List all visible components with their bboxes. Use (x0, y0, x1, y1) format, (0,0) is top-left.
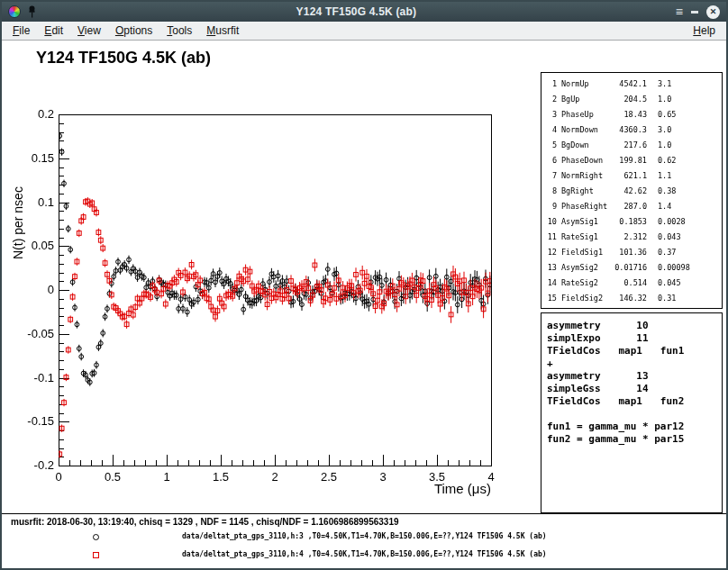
param-row: 12FieldSig1101.360.37 (545, 245, 722, 260)
param-err: 0.00098 (647, 260, 722, 276)
param-name: NormRight (557, 168, 611, 184)
param-err: 3.0 (647, 122, 722, 138)
param-name: AsymSig2 (557, 260, 611, 276)
param-name: PhaseRight (557, 199, 611, 214)
param-num: 9 (545, 199, 557, 214)
root-canvas: Y124 TF150G 4.5K (ab) N(t) per nsec Time… (2, 41, 726, 568)
param-val: 0.514 (611, 276, 647, 291)
menu-view[interactable]: View (70, 23, 108, 39)
theory-line: fun2 = gamma_mu * par15 (547, 433, 722, 446)
param-err: 0.0028 (647, 214, 722, 230)
menu-edit[interactable]: Edit (37, 23, 70, 39)
window-menu-icon[interactable]: ≡ (676, 5, 683, 18)
y-axis-title: N(t) per nsec (11, 186, 25, 259)
pin-icon[interactable] (27, 5, 37, 18)
theory-line: simpleGss 14 (547, 383, 722, 395)
param-name: BgDown (557, 138, 611, 153)
param-num: 10 (545, 214, 557, 230)
param-val: 621.1 (611, 168, 647, 184)
close-icon[interactable]: ✕ (706, 5, 720, 19)
param-num: 11 (545, 230, 557, 245)
param-err: 0.62 (647, 153, 722, 168)
theory-line: simplExpo 11 (547, 332, 722, 345)
param-row: 13AsymSig20.017160.00098 (545, 260, 722, 276)
param-val: 4360.3 (611, 122, 647, 138)
param-name: BgUp (557, 92, 611, 107)
param-val: 204.5 (611, 92, 647, 107)
param-val: 4542.1 (611, 77, 647, 92)
x-axis-title: Time (μs) (434, 481, 491, 496)
theory-box: asymmetry 10simplExpo 11TFieldCos map1 f… (541, 312, 723, 513)
fit-status-line: musrfit: 2018-06-30, 13:19:40, chisq = 1… (11, 517, 399, 527)
app-window: Y124 TF150G 4.5K (ab) ≡ ✕ FileEditViewOp… (0, 0, 728, 570)
app-icon (8, 5, 21, 18)
param-num: 14 (545, 276, 557, 291)
param-err: 0.38 (647, 184, 722, 199)
param-err: 0.045 (647, 276, 722, 291)
param-val: 146.32 (611, 291, 647, 306)
param-row: 15FieldSig2146.320.31 (545, 291, 722, 306)
theory-line: TFieldCos map1 fun2 (547, 395, 722, 408)
legend-row: data/deltat_pta_gps_3110,h:4 ,T0=4.50K,T… (2, 549, 726, 564)
param-err: 3.1 (647, 77, 722, 92)
param-val: 287.0 (611, 199, 647, 214)
theory-line (547, 408, 722, 421)
param-row: 1NormUp4542.13.1 (545, 77, 722, 92)
param-num: 8 (545, 184, 557, 199)
theory-line: + (547, 357, 722, 370)
param-val: 0.01716 (611, 260, 647, 276)
param-num: 12 (545, 245, 557, 260)
legend-label: data/deltat_pta_gps_3110,h:3 ,T0=4.50K,T… (182, 532, 547, 540)
param-name: AsymSig1 (557, 214, 611, 230)
menu-options[interactable]: Options (108, 23, 159, 39)
legend-label: data/deltat_pta_gps_3110,h:4 ,T0=4.50K,T… (182, 550, 547, 558)
param-num: 3 (545, 107, 557, 122)
param-num: 6 (545, 153, 557, 168)
param-name: NormDown (557, 122, 611, 138)
param-num: 7 (545, 168, 557, 184)
fit-parameters-box: 1NormUp4542.13.12BgUp204.51.03PhaseUp18.… (541, 72, 723, 309)
param-row: 3PhaseUp18.430.65 (545, 107, 722, 122)
param-row: 11RateSig12.3120.043 (545, 230, 722, 245)
param-err: 1.0 (647, 138, 722, 153)
param-row: 14RateSig20.5140.045 (545, 276, 722, 291)
param-row: 8BgRight42.620.38 (545, 184, 722, 199)
param-err: 0.65 (647, 107, 722, 122)
param-val: 0.1853 (611, 214, 647, 230)
menu-musrfit[interactable]: Musrfit (199, 23, 246, 39)
param-val: 101.36 (611, 245, 647, 260)
menu-help[interactable]: Help (686, 23, 723, 39)
param-val: 217.6 (611, 138, 647, 153)
param-name: NormUp (557, 77, 611, 92)
param-err: 0.37 (647, 245, 722, 260)
legend-square-marker-icon (93, 552, 99, 558)
theory-line: fun1 = gamma_mu * par12 (547, 421, 722, 433)
param-name: PhaseUp (557, 107, 611, 122)
param-name: PhaseDown (557, 153, 611, 168)
param-err: 1.1 (647, 168, 722, 184)
titlebar[interactable]: Y124 TF150G 4.5K (ab) ≡ ✕ (2, 2, 726, 22)
param-val: 18.43 (611, 107, 647, 122)
param-num: 15 (545, 291, 557, 306)
plot-title: Y124 TF150G 4.5K (ab) (36, 49, 211, 68)
param-name: FieldSig1 (557, 245, 611, 260)
param-err: 1.0 (647, 92, 722, 107)
window-title: Y124 TF150G 4.5K (ab) (37, 5, 676, 18)
param-row: 5BgDown217.61.0 (545, 138, 722, 153)
param-row: 2BgUp204.51.0 (545, 92, 722, 107)
param-row: 9PhaseRight287.01.4 (545, 199, 722, 214)
param-err: 1.4 (647, 199, 722, 214)
footer-separator (2, 513, 726, 514)
menu-tools[interactable]: Tools (159, 23, 199, 39)
param-row: 4NormDown4360.33.0 (545, 122, 722, 138)
menu-file[interactable]: File (5, 23, 37, 39)
minimize-icon[interactable] (691, 11, 698, 14)
param-row: 10AsymSig10.18530.0028 (545, 214, 722, 230)
param-val: 42.62 (611, 184, 647, 199)
menubar-right: Help (686, 23, 723, 39)
legend-row: data/deltat_pta_gps_3110,h:3 ,T0=4.50K,T… (2, 531, 726, 546)
param-val: 2.312 (611, 230, 647, 245)
param-name: RateSig1 (557, 230, 611, 245)
theory-line: asymmetry 13 (547, 370, 722, 383)
param-name: FieldSig2 (557, 291, 611, 306)
